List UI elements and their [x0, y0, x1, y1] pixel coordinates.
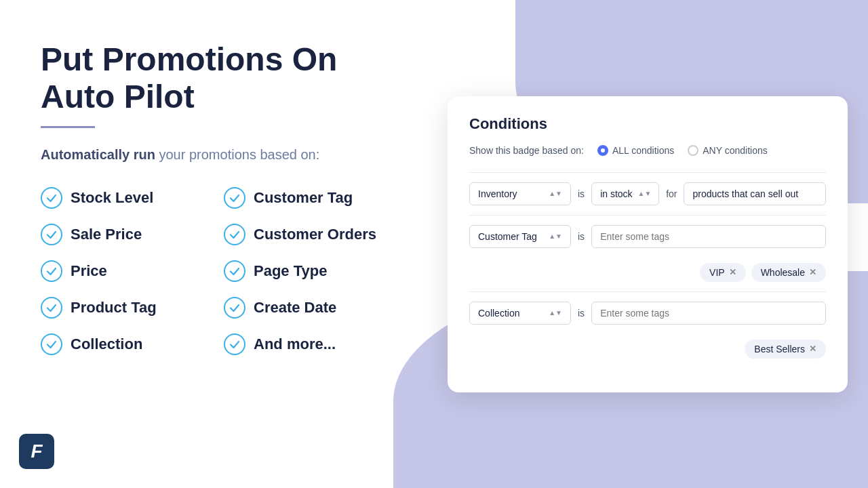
- customer-tag-type-select[interactable]: Customer Tag ▲▼: [469, 225, 571, 248]
- svg-point-4: [41, 261, 62, 281]
- feature-label-price: Price: [71, 262, 107, 280]
- inventory-type-arrows: ▲▼: [549, 190, 562, 197]
- card-title: Conditions: [469, 115, 826, 133]
- tag-wholesale-remove[interactable]: ✕: [809, 267, 816, 277]
- page-title: Put Promotions On Auto Pilot: [41, 41, 393, 115]
- tag-wholesale: Wholesale ✕: [751, 263, 826, 282]
- check-icon-and-more: [224, 333, 245, 355]
- collection-type-arrows: ▲▼: [549, 310, 562, 317]
- svg-point-2: [41, 224, 62, 245]
- collection-is-label: is: [576, 308, 586, 319]
- feature-label-sale-price: Sale Price: [71, 226, 142, 243]
- check-icon-price: [41, 260, 62, 282]
- features-grid: Stock Level Customer Tag Sale Price: [41, 187, 393, 355]
- feature-item-page-type: Page Type: [224, 260, 393, 282]
- feature-item-product-tag: Product Tag: [41, 297, 210, 319]
- logo-letter: F: [31, 441, 42, 462]
- tag-wholesale-label: Wholesale: [761, 267, 805, 278]
- radio-all-circle: [597, 145, 608, 156]
- check-icon-page-type: [224, 260, 245, 282]
- radio-all-label: ALL conditions: [612, 145, 674, 156]
- check-icon-customer-tag: [224, 187, 245, 209]
- inventory-for-label: for: [665, 188, 678, 199]
- feature-label-customer-orders: Customer Orders: [254, 226, 376, 243]
- feature-label-page-type: Page Type: [254, 262, 327, 280]
- inventory-type-select[interactable]: Inventory ▲▼: [469, 182, 571, 205]
- customer-tag-type-value: Customer Tag: [478, 231, 537, 242]
- check-icon-sale-price: [41, 224, 62, 245]
- collection-condition-row: Collection ▲▼ is: [469, 291, 826, 334]
- feature-label-and-more: And more...: [254, 336, 336, 353]
- radio-any-circle: [688, 145, 698, 156]
- collection-type-value: Collection: [478, 308, 519, 319]
- feature-label-product-tag: Product Tag: [71, 299, 157, 317]
- check-icon-product-tag: [41, 297, 62, 319]
- svg-point-7: [224, 298, 245, 318]
- feature-label-create-date: Create Date: [254, 299, 336, 317]
- check-icon-create-date: [224, 297, 245, 319]
- check-icon-stock-level: [41, 187, 62, 209]
- title-divider: [41, 126, 95, 128]
- tag-best-sellers-remove[interactable]: ✕: [809, 344, 816, 354]
- customer-tag-is-label: is: [576, 231, 586, 242]
- tag-best-sellers: Best Sellers ✕: [745, 340, 826, 359]
- feature-item-collection: Collection: [41, 333, 210, 355]
- conditions-card: Conditions Show this badge based on: ALL…: [448, 96, 848, 392]
- subtitle: Automatically run your promotions based …: [41, 147, 393, 163]
- svg-point-3: [224, 224, 245, 245]
- inventory-condition-row: Inventory ▲▼ is in stock ▲▼ for products…: [469, 172, 826, 215]
- feature-label-collection: Collection: [71, 336, 142, 353]
- feature-item-price: Price: [41, 260, 210, 282]
- svg-point-8: [41, 334, 62, 354]
- badge-label: Show this badge based on:: [469, 145, 584, 156]
- inventory-comparator-value: in stock: [600, 188, 632, 199]
- svg-point-1: [224, 188, 245, 208]
- svg-point-9: [224, 334, 245, 354]
- inventory-comparator-arrows: ▲▼: [638, 190, 652, 197]
- feature-label-stock-level: Stock Level: [71, 189, 153, 207]
- logo-box: F: [19, 434, 54, 469]
- feature-item-customer-orders: Customer Orders: [224, 224, 393, 245]
- customer-tag-input[interactable]: [591, 225, 826, 248]
- feature-item-and-more: And more...: [224, 333, 393, 355]
- tag-vip: VIP ✕: [700, 263, 746, 282]
- radio-any-option[interactable]: ANY conditions: [688, 145, 767, 156]
- tag-best-sellers-label: Best Sellers: [754, 344, 805, 354]
- radio-all-option[interactable]: ALL conditions: [597, 145, 674, 156]
- badge-row: Show this badge based on: ALL conditions…: [469, 145, 826, 156]
- inventory-value: products that can sell out: [684, 182, 826, 205]
- tag-vip-label: VIP: [709, 267, 725, 278]
- inventory-comparator-select[interactable]: in stock ▲▼: [591, 182, 659, 205]
- inventory-type-value: Inventory: [478, 188, 517, 199]
- feature-label-customer-tag: Customer Tag: [254, 189, 353, 207]
- right-panel: Conditions Show this badge based on: ALL…: [434, 0, 868, 488]
- svg-point-5: [224, 261, 245, 281]
- inventory-is-label: is: [576, 188, 586, 199]
- collection-tags-row: Best Sellers ✕: [469, 334, 826, 368]
- feature-item-stock-level: Stock Level: [41, 187, 210, 209]
- svg-point-0: [41, 188, 62, 208]
- feature-item-customer-tag: Customer Tag: [224, 187, 393, 209]
- check-icon-collection: [41, 333, 62, 355]
- customer-tag-condition-row: Customer Tag ▲▼ is: [469, 215, 826, 258]
- subtitle-rest: your promotions based on:: [155, 147, 319, 162]
- subtitle-bold: Automatically run: [41, 147, 155, 162]
- collection-type-select[interactable]: Collection ▲▼: [469, 302, 571, 325]
- radio-any-label: ANY conditions: [703, 145, 767, 156]
- left-panel: Put Promotions On Auto Pilot Automatical…: [0, 0, 434, 488]
- collection-tag-input[interactable]: [591, 302, 826, 325]
- check-icon-customer-orders: [224, 224, 245, 245]
- customer-tag-tags-row: VIP ✕ Wholesale ✕: [469, 258, 826, 291]
- svg-point-6: [41, 298, 62, 318]
- feature-item-sale-price: Sale Price: [41, 224, 210, 245]
- customer-tag-type-arrows: ▲▼: [549, 233, 562, 240]
- feature-item-create-date: Create Date: [224, 297, 393, 319]
- tag-vip-remove[interactable]: ✕: [729, 267, 736, 277]
